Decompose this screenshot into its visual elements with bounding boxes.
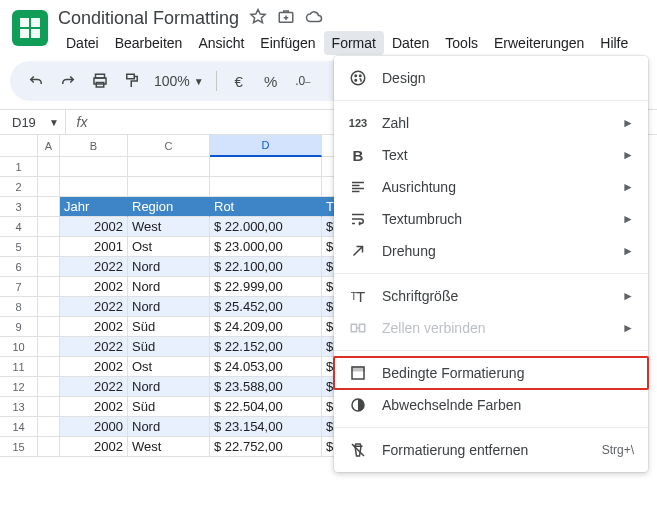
cell[interactable]: $ 22.999,00 <box>210 277 322 297</box>
row-head[interactable]: 7 <box>0 277 38 297</box>
row-head[interactable]: 10 <box>0 337 38 357</box>
cell[interactable]: 2022 <box>60 377 128 397</box>
col-head-C[interactable]: C <box>128 135 210 157</box>
row-head[interactable]: 11 <box>0 357 38 377</box>
row-head[interactable]: 6 <box>0 257 38 277</box>
row-head[interactable]: 1 <box>0 157 38 177</box>
cell[interactable] <box>38 437 60 457</box>
cell[interactable]: $ 23.000,00 <box>210 237 322 257</box>
cell[interactable] <box>38 237 60 257</box>
cell[interactable]: 2002 <box>60 317 128 337</box>
cell[interactable]: $ 23.154,00 <box>210 417 322 437</box>
cell[interactable]: $ 22.000,00 <box>210 217 322 237</box>
cell[interactable] <box>38 377 60 397</box>
row-head[interactable]: 3 <box>0 197 38 217</box>
cell[interactable] <box>38 177 60 197</box>
cell[interactable]: 2002 <box>60 217 128 237</box>
row-head[interactable]: 15 <box>0 437 38 457</box>
star-icon[interactable] <box>249 8 267 29</box>
decimal-button[interactable]: .0_ <box>289 67 317 95</box>
row-head[interactable]: 14 <box>0 417 38 437</box>
select-all-corner[interactable] <box>0 135 38 157</box>
cell[interactable] <box>38 397 60 417</box>
menu-item-text[interactable]: BText► <box>334 139 648 171</box>
cell[interactable]: 2001 <box>60 237 128 257</box>
cell[interactable] <box>38 277 60 297</box>
cell[interactable]: 2022 <box>60 337 128 357</box>
cell[interactable] <box>210 177 322 197</box>
cell[interactable]: 2002 <box>60 357 128 377</box>
col-head-D[interactable]: D <box>210 135 322 157</box>
cell[interactable]: Süd <box>128 337 210 357</box>
cell[interactable]: $ 22.752,00 <box>210 437 322 457</box>
menu-tools[interactable]: Tools <box>437 31 486 55</box>
menu-item-design[interactable]: Design <box>334 62 648 94</box>
cell[interactable]: Region <box>128 197 210 217</box>
menu-item-formatierung-entfernen[interactable]: Formatierung entfernenStrg+\ <box>334 434 648 466</box>
menu-ansicht[interactable]: Ansicht <box>190 31 252 55</box>
cell[interactable]: Nord <box>128 417 210 437</box>
cell[interactable]: 2002 <box>60 397 128 417</box>
row-head[interactable]: 5 <box>0 237 38 257</box>
redo-button[interactable] <box>54 67 82 95</box>
menu-item-textumbruch[interactable]: Textumbruch► <box>334 203 648 235</box>
menu-erweiterungen[interactable]: Erweiterungen <box>486 31 592 55</box>
cell[interactable] <box>210 157 322 177</box>
cell[interactable]: 2022 <box>60 297 128 317</box>
row-head[interactable]: 13 <box>0 397 38 417</box>
cell[interactable] <box>38 297 60 317</box>
zoom-level[interactable]: 100%▼ <box>150 73 208 89</box>
menu-einfügen[interactable]: Einfügen <box>252 31 323 55</box>
col-head-A[interactable]: A <box>38 135 60 157</box>
cell[interactable] <box>60 157 128 177</box>
menu-hilfe[interactable]: Hilfe <box>592 31 636 55</box>
row-head[interactable]: 12 <box>0 377 38 397</box>
cell[interactable]: Süd <box>128 317 210 337</box>
name-box[interactable]: D19▼ <box>0 110 66 134</box>
menu-item-abwechselnde-farben[interactable]: Abwechselnde Farben <box>334 389 648 421</box>
doc-title[interactable]: Conditional Formatting <box>58 8 239 29</box>
menu-datei[interactable]: Datei <box>58 31 107 55</box>
menu-bearbeiten[interactable]: Bearbeiten <box>107 31 191 55</box>
row-head[interactable]: 4 <box>0 217 38 237</box>
cell[interactable]: Ost <box>128 357 210 377</box>
cell[interactable]: Jahr <box>60 197 128 217</box>
menu-item-bedingte-formatierung[interactable]: Bedingte Formatierung <box>334 357 648 389</box>
cell[interactable]: $ 24.209,00 <box>210 317 322 337</box>
menu-format[interactable]: Format <box>324 31 384 55</box>
move-icon[interactable] <box>277 8 295 29</box>
print-button[interactable] <box>86 67 114 95</box>
cell[interactable] <box>38 257 60 277</box>
menu-item-schriftgröße[interactable]: TTSchriftgröße► <box>334 280 648 312</box>
menu-item-drehung[interactable]: Drehung► <box>334 235 648 267</box>
menu-item-zahl[interactable]: 123Zahl► <box>334 107 648 139</box>
cell[interactable]: $ 24.053,00 <box>210 357 322 377</box>
menu-item-ausrichtung[interactable]: Ausrichtung► <box>334 171 648 203</box>
cell[interactable] <box>60 177 128 197</box>
cell[interactable]: Nord <box>128 257 210 277</box>
menu-daten[interactable]: Daten <box>384 31 437 55</box>
cell[interactable]: Nord <box>128 277 210 297</box>
cell[interactable]: West <box>128 437 210 457</box>
cell[interactable]: Süd <box>128 397 210 417</box>
cell[interactable]: $ 22.100,00 <box>210 257 322 277</box>
cell[interactable] <box>38 157 60 177</box>
cell[interactable]: $ 22.152,00 <box>210 337 322 357</box>
cell[interactable]: Nord <box>128 297 210 317</box>
cell[interactable]: West <box>128 217 210 237</box>
cell[interactable]: 2002 <box>60 277 128 297</box>
col-head-B[interactable]: B <box>60 135 128 157</box>
cell[interactable]: $ 25.452,00 <box>210 297 322 317</box>
percent-button[interactable]: % <box>257 67 285 95</box>
cell[interactable] <box>38 417 60 437</box>
cell[interactable]: Ost <box>128 237 210 257</box>
cell[interactable] <box>38 357 60 377</box>
cell[interactable]: 2022 <box>60 257 128 277</box>
currency-button[interactable]: € <box>225 67 253 95</box>
row-head[interactable]: 9 <box>0 317 38 337</box>
cell[interactable] <box>128 177 210 197</box>
cell[interactable]: $ 23.588,00 <box>210 377 322 397</box>
cell[interactable]: 2002 <box>60 437 128 457</box>
cell[interactable]: Nord <box>128 377 210 397</box>
cell[interactable] <box>38 217 60 237</box>
